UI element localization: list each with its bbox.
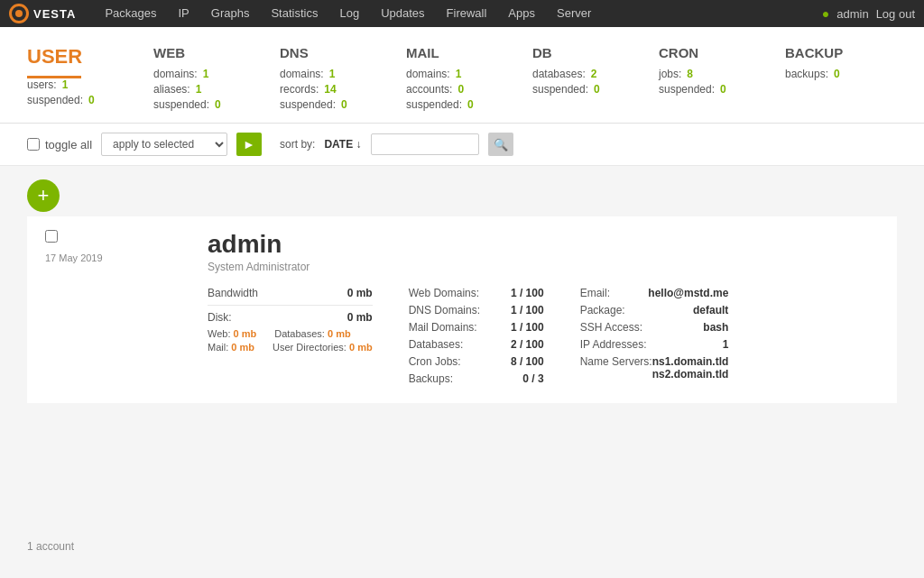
main-content: + 17 May 2019 admin System Administrator… bbox=[0, 166, 924, 527]
summary-backup-title: BACKUP bbox=[785, 45, 875, 60]
disk-value: 0 mb bbox=[347, 311, 373, 324]
mail-domains-value: 1 / 100 bbox=[511, 321, 544, 334]
bandwidth-label: Bandwidth bbox=[208, 287, 258, 299]
label-users: users: bbox=[27, 78, 57, 91]
ns-label: Name Servers: bbox=[580, 355, 652, 368]
nav-links: Packages IP Graphs Statistics Log Update… bbox=[94, 0, 821, 27]
cron-label: Cron Jobs: bbox=[409, 355, 461, 368]
username[interactable]: admin bbox=[208, 230, 879, 259]
user-role: System Administrator bbox=[208, 261, 879, 273]
add-user-button[interactable]: + bbox=[27, 179, 60, 212]
user-stats: Bandwidth 0 mb Disk: 0 mb Web: 0 mb bbox=[208, 287, 879, 390]
web-sub-label: Web: 0 mb bbox=[208, 328, 256, 339]
stat-col-bandwidth: Bandwidth 0 mb Disk: 0 mb Web: 0 mb bbox=[208, 287, 373, 390]
ns1-value: ns1.domain.tld bbox=[652, 355, 729, 368]
package-value: default bbox=[693, 304, 728, 317]
toggle-all-area: toggle all bbox=[27, 138, 92, 151]
ssh-value: bash bbox=[703, 321, 728, 334]
nav-graphs[interactable]: Graphs bbox=[200, 0, 261, 27]
summary-backup: BACKUP backups: 0 bbox=[785, 45, 875, 83]
package-label: Package: bbox=[580, 304, 625, 317]
user-card: 17 May 2019 admin System Administrator B… bbox=[27, 216, 897, 403]
user-date: 17 May 2019 bbox=[45, 252, 208, 263]
user-card-left: 17 May 2019 bbox=[45, 230, 208, 390]
stat-col-contact: Email: hello@mstd.me Package: default SS… bbox=[580, 287, 729, 390]
search-input[interactable] bbox=[371, 133, 479, 155]
summary-web: WEB domains: 1 aliases: 1 suspended: 0 bbox=[153, 45, 244, 114]
summary-bar: USER users: 1 suspended: 0 WEB domains: … bbox=[0, 27, 924, 124]
summary-user-row-suspended: suspended: 0 bbox=[27, 94, 117, 106]
summary-user-title: USER bbox=[27, 45, 117, 69]
admin-link[interactable]: admin bbox=[836, 7, 868, 21]
ns2-value: ns2.domain.tld bbox=[652, 368, 729, 381]
val-suspended-user: 0 bbox=[88, 94, 95, 106]
sort-label: sort by: bbox=[280, 138, 315, 151]
mail-sub: Mail: 0 mb bbox=[208, 342, 254, 353]
databases2-label: Databases: bbox=[409, 338, 464, 351]
val-users: 1 bbox=[62, 78, 69, 91]
top-navigation: VESTA Packages IP Graphs Statistics Log … bbox=[0, 0, 924, 27]
databases-sub: Databases: 0 mb bbox=[274, 328, 350, 339]
toggle-all-label: toggle all bbox=[45, 138, 92, 151]
logo[interactable]: VESTA bbox=[9, 4, 76, 23]
apply-to-selected-dropdown[interactable]: apply to selectedsuspendunsuspenddelete bbox=[101, 133, 227, 156]
summary-dns: DNS domains: 1 records: 14 suspended: 0 bbox=[280, 45, 370, 114]
nav-ip[interactable]: IP bbox=[167, 0, 199, 27]
web-domains-label: Web Domains: bbox=[409, 287, 479, 299]
bell-icon: ● bbox=[822, 6, 829, 21]
logo-text: VESTA bbox=[33, 7, 76, 21]
logo-icon bbox=[9, 4, 29, 23]
search-icon: 🔍 bbox=[494, 138, 508, 151]
nav-statistics[interactable]: Statistics bbox=[260, 0, 328, 27]
dns-domains-value: 1 / 100 bbox=[511, 304, 544, 317]
account-count-text: 1 account bbox=[27, 540, 74, 553]
summary-web-title: WEB bbox=[153, 45, 244, 60]
summary-db: DB databases: 2 suspended: 0 bbox=[532, 45, 623, 98]
ip-label: IP Addresses: bbox=[580, 338, 647, 351]
ssh-label: SSH Access: bbox=[580, 321, 642, 334]
nav-packages[interactable]: Packages bbox=[94, 0, 167, 27]
nav-right: ● admin Log out bbox=[822, 6, 915, 21]
summary-dns-title: DNS bbox=[280, 45, 370, 60]
label-suspended-user: suspended: bbox=[27, 94, 83, 106]
email-value: hello@mstd.me bbox=[648, 287, 728, 299]
stat-col-domains: Web Domains: 1 / 100 DNS Domains: 1 / 10… bbox=[409, 287, 544, 390]
nav-apps[interactable]: Apps bbox=[497, 0, 546, 27]
summary-cron: CRON jobs: 8 suspended: 0 bbox=[659, 45, 749, 98]
disk-label: Disk: bbox=[208, 311, 232, 324]
cron-value: 8 / 100 bbox=[511, 355, 544, 368]
userdirs-sub: User Directories: 0 mb bbox=[273, 342, 373, 353]
summary-mail-title: MAIL bbox=[406, 45, 496, 60]
user-card-main: admin System Administrator Bandwidth 0 m… bbox=[208, 230, 879, 390]
email-label: Email: bbox=[580, 287, 610, 299]
toggle-all-checkbox[interactable] bbox=[27, 138, 40, 151]
toolbar: toggle all apply to selectedsuspendunsus… bbox=[0, 124, 924, 166]
summary-user: USER users: 1 suspended: 0 bbox=[27, 45, 117, 109]
account-count: 1 account bbox=[0, 527, 924, 566]
summary-db-title: DB bbox=[532, 45, 623, 60]
user-select-checkbox[interactable] bbox=[45, 230, 58, 243]
arrow-right-icon: ► bbox=[243, 137, 255, 151]
nav-firewall[interactable]: Firewall bbox=[436, 0, 498, 27]
apply-button[interactable]: ► bbox=[236, 133, 262, 156]
sort-value[interactable]: DATE ↓ bbox=[324, 138, 361, 151]
web-domains-value: 1 / 100 bbox=[511, 287, 544, 299]
backups-value: 0 / 3 bbox=[522, 372, 543, 385]
backups-label: Backups: bbox=[409, 372, 453, 385]
databases2-value: 2 / 100 bbox=[511, 338, 544, 351]
nav-updates[interactable]: Updates bbox=[370, 0, 435, 27]
summary-user-row-users: users: 1 bbox=[27, 78, 117, 91]
summary-mail: MAIL domains: 1 accounts: 0 suspended: 0 bbox=[406, 45, 496, 114]
search-button[interactable]: 🔍 bbox=[488, 133, 513, 156]
ip-value: 1 bbox=[723, 338, 729, 351]
bandwidth-value: 0 mb bbox=[347, 287, 373, 299]
plus-icon: + bbox=[38, 184, 50, 207]
nav-server[interactable]: Server bbox=[546, 0, 602, 27]
dns-domains-label: DNS Domains: bbox=[409, 304, 480, 317]
summary-cron-title: CRON bbox=[659, 45, 749, 60]
nav-log[interactable]: Log bbox=[328, 0, 370, 27]
mail-domains-label: Mail Domains: bbox=[409, 321, 477, 334]
logout-link[interactable]: Log out bbox=[876, 7, 915, 21]
